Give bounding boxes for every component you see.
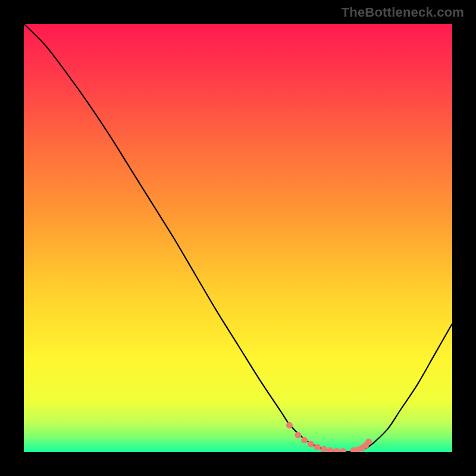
highlight-dot (365, 439, 372, 445)
highlight-dot (295, 432, 301, 439)
plot-area (24, 24, 452, 452)
highlight-dot (308, 441, 314, 447)
highlight-dot (314, 444, 321, 450)
highlight-dot (286, 422, 293, 428)
chart-root: TheBottleneck.com (0, 0, 476, 476)
gradient-background (24, 24, 452, 452)
watermark-text: TheBottleneck.com (342, 5, 464, 20)
highlight-dot (301, 437, 308, 443)
chart-svg (24, 24, 452, 452)
highlight-dot (321, 446, 327, 452)
